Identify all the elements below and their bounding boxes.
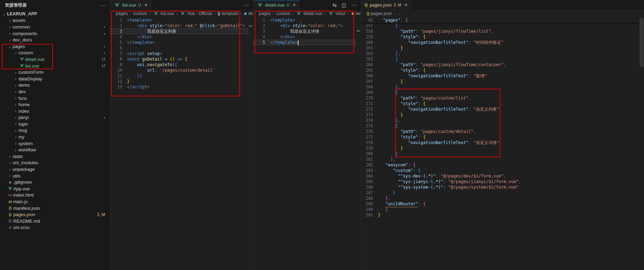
code-line[interactable]: 259 "style": {: [361, 34, 639, 40]
tree-file-readme.md[interactable]: ⓘREADME.md: [0, 218, 110, 224]
code-line[interactable]: 265 "style": {: [361, 68, 639, 73]
code-line[interactable]: 274 },: [361, 118, 639, 123]
tree-folder-utils[interactable]: ›utils: [0, 173, 110, 179]
code-line[interactable]: 11 }): [110, 73, 248, 79]
code-line[interactable]: 1<template>: [110, 17, 248, 23]
tree-folder-customform[interactable]: ›customForm: [0, 69, 110, 76]
code-line[interactable]: 283 "custom": {: [361, 168, 639, 173]
overview-ruler[interactable]: [248, 17, 253, 270]
code-line[interactable]: 284 "^sys-dev-(.*)": "@/pages/dev/$1/for…: [361, 173, 639, 179]
tree-folder-unpackage[interactable]: ›unpackage: [0, 166, 110, 173]
tree-folder-demo[interactable]: ›demo: [0, 82, 110, 89]
code-line[interactable]: 275 {: [361, 123, 639, 129]
tree-folder-dev-docs[interactable]: ›dev_docs: [0, 37, 110, 43]
code-line[interactable]: 12}: [110, 79, 248, 84]
breadcrumb-item[interactable]: detail.vue: [296, 11, 322, 16]
code-line[interactable]: 286 "^sys-system-(.*)": "@/pages/system/…: [361, 184, 639, 190]
code-line[interactable]: 291}: [361, 212, 639, 218]
breadcrumb-item[interactable]: {}template: [217, 11, 238, 16]
code-line[interactable]: 276 "path": "pages/custom/detail",: [361, 129, 639, 134]
tree-folder-assets[interactable]: ›assets: [0, 17, 110, 24]
code-line[interactable]: 8const goDetail = () => {: [110, 56, 248, 62]
tree-folder-func[interactable]: ›func: [0, 95, 110, 102]
breadcrumb-item[interactable]: pages: [116, 11, 128, 16]
tree-folder-dev[interactable]: ›dev: [0, 88, 110, 95]
code-line[interactable]: 262 },: [361, 51, 639, 56]
code-line[interactable]: 273 }: [361, 112, 639, 118]
code-line[interactable]: 282 "easycom": {: [361, 162, 639, 168]
code-line[interactable]: 271 "style": {: [361, 101, 639, 106]
code-line[interactable]: 3 我是自定义列表: [110, 29, 248, 34]
close-icon[interactable]: ×: [405, 2, 407, 8]
close-icon[interactable]: ×: [144, 2, 147, 8]
breadcrumb-item[interactable]: custom: [133, 11, 147, 16]
breadcrumb-item[interactable]: custom: [276, 11, 290, 16]
tree-folder-my[interactable]: ›my: [0, 134, 110, 140]
code-line[interactable]: 1<template>: [253, 17, 356, 23]
breadcrumb-item[interactable]: …: [397, 11, 402, 16]
code-line[interactable]: 278 "navigationBarTitleText": "自定义详情": [361, 140, 639, 145]
breadcrumb-item[interactable]: Vue - Official: [180, 11, 212, 16]
code-line[interactable]: 287 }: [361, 190, 639, 196]
more-actions-icon[interactable]: ⋯: [351, 2, 357, 8]
tab-list-vue[interactable]: list.vue U ×: [110, 0, 151, 10]
code-line[interactable]: 3 我是自定义详情: [253, 29, 356, 34]
tree-file-main.js[interactable]: JSmain.js: [0, 198, 110, 205]
code-line[interactable]: 261 }: [361, 45, 639, 51]
breadcrumb-item[interactable]: Vetur: [328, 11, 345, 16]
tree-file-index.html[interactable]: <>index.html: [0, 192, 110, 199]
code-line[interactable]: 272 "navigationBarTitleText": "自定义列表": [361, 106, 639, 112]
code-line[interactable]: 268 },: [361, 84, 639, 90]
tree-folder-workflow[interactable]: ›workflow: [0, 146, 110, 153]
code-line[interactable]: 260 "navigationBarTitleText": "时间组件验证": [361, 40, 639, 45]
code-line[interactable]: 2 <div style="color: red;" @click="goDet…: [110, 23, 248, 29]
sticky-scroll-line[interactable]: 42 "pages": [: [361, 17, 639, 23]
breadcrumb-item[interactable]: ❖div: [244, 11, 253, 16]
breadcrumb-item[interactable]: list.vue: [153, 11, 174, 16]
tree-file-app.vue[interactable]: App.vue: [0, 185, 110, 192]
code-line[interactable]: 4 </div>: [110, 34, 248, 40]
tree-folder-static[interactable]: ›static: [0, 153, 110, 160]
code-line[interactable]: 5</template>: [253, 40, 356, 45]
code-line[interactable]: 269 {: [361, 90, 639, 95]
tree-folder-login[interactable]: ›login: [0, 121, 110, 127]
code-line[interactable]: 279 }: [361, 145, 639, 151]
code-line[interactable]: 281 ],: [361, 157, 639, 162]
breadcrumb-item[interactable]: pages: [259, 11, 271, 16]
breadcrumb-item[interactable]: ❖template: [351, 11, 361, 16]
code-line[interactable]: 290 }: [361, 207, 639, 212]
breadcrumb-item[interactable]: {}pages.json: [367, 11, 392, 16]
code-line[interactable]: 42 "pages": [: [361, 17, 639, 23]
tree-file-detail.vue[interactable]: detail.vueU: [0, 56, 110, 63]
scrollbar-slider[interactable]: [639, 18, 644, 67]
code-line[interactable]: 257 {: [361, 23, 639, 29]
tree-folder-home[interactable]: ›home: [0, 101, 110, 108]
code-line[interactable]: 267 }: [361, 79, 639, 84]
scrollbar[interactable]: [639, 17, 644, 270]
code-line[interactable]: 10 url: '/pages/custom/detail': [110, 68, 248, 73]
code-line[interactable]: 13</script>: [110, 84, 248, 90]
tree-folder-pages[interactable]: ⌄pages●: [0, 43, 110, 50]
tree-folder-index[interactable]: ›index: [0, 108, 110, 114]
tree-folder-system[interactable]: ›system: [0, 140, 110, 147]
code-line[interactable]: 264 "path": "pages/jianyi/flowTime/conta…: [361, 62, 639, 68]
overview-ruler[interactable]: [356, 17, 361, 270]
tree-folder-datadisplay[interactable]: ›dataDisplay: [0, 76, 110, 82]
more-actions-icon[interactable]: ⋯: [244, 2, 249, 8]
code-line[interactable]: 263 {: [361, 56, 639, 62]
tree-folder-jianyi[interactable]: ›jianyi●: [0, 114, 110, 121]
tab-detail-vue[interactable]: detail.vue U ×: [253, 0, 300, 10]
code-line[interactable]: 266 "navigationBarTitleText": "新增": [361, 73, 639, 79]
code-line[interactable]: 288 },: [361, 196, 639, 201]
code-line[interactable]: 4 </div>: [253, 34, 356, 40]
code-line[interactable]: 2 <div style="color: red;">: [253, 23, 356, 29]
code-line[interactable]: 6: [110, 45, 248, 51]
tree-file-manifest.json[interactable]: {}manifest.json: [0, 205, 110, 212]
tab-pages-json[interactable]: {} pages.json 2, M ×: [361, 0, 411, 10]
open-changes-icon[interactable]: ⇆: [332, 2, 337, 8]
code-line[interactable]: 5</template>: [110, 40, 248, 45]
code-line[interactable]: 7<script setup>: [110, 51, 248, 56]
code-line[interactable]: 277 "style": {: [361, 134, 639, 140]
tree-folder-msg[interactable]: ›msg: [0, 127, 110, 134]
tree-folder-learun-app[interactable]: ⌄LEARUN_APP: [0, 11, 110, 17]
